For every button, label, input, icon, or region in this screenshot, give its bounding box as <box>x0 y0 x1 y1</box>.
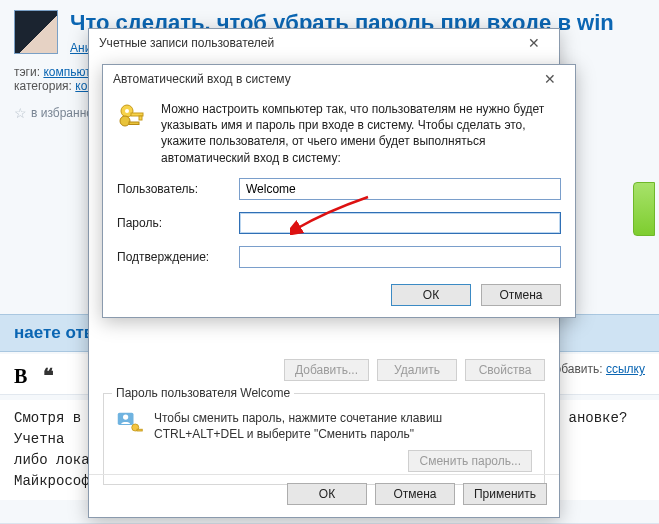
user-accounts-titlebar[interactable]: Учетные записи пользователей ✕ <box>89 29 559 57</box>
user-input[interactable] <box>239 178 561 200</box>
user-accounts-title: Учетные записи пользователей <box>99 36 274 50</box>
apply-button[interactable]: Применить <box>463 483 547 505</box>
category-label: категория: <box>14 79 72 93</box>
auto-login-desc: Можно настроить компьютер так, что польз… <box>161 101 561 166</box>
keys-icon <box>117 101 149 133</box>
user-label: Пользователь: <box>117 182 227 196</box>
svg-rect-9 <box>129 122 139 125</box>
cancel-button[interactable]: Отмена <box>375 483 455 505</box>
close-icon[interactable]: ✕ <box>531 69 569 89</box>
ok-button[interactable]: ОК <box>287 483 367 505</box>
confirm-input[interactable] <box>239 246 561 268</box>
password-group: Пароль пользователя Welcome Чтобы сменит… <box>103 393 545 485</box>
svg-rect-3 <box>137 429 142 431</box>
add-link-row: добавить: ссылку <box>548 362 645 376</box>
add-link[interactable]: ссылку <box>606 362 645 376</box>
star-icon: ☆ <box>14 105 27 121</box>
auto-login-titlebar[interactable]: Автоматический вход в систему ✕ <box>103 65 575 93</box>
change-password-button[interactable]: Сменить пароль... <box>408 450 532 472</box>
bold-button[interactable]: B <box>14 365 27 388</box>
svg-point-5 <box>125 109 129 113</box>
confirm-label: Подтверждение: <box>117 250 227 264</box>
delete-button[interactable]: Удалить <box>377 359 457 381</box>
password-group-text: Чтобы сменить пароль, нажмите сочетание … <box>154 410 532 442</box>
close-icon[interactable]: ✕ <box>515 33 553 53</box>
cancel-button[interactable]: Отмена <box>481 284 561 306</box>
add-button[interactable]: Добавить... <box>284 359 369 381</box>
svg-point-1 <box>123 414 128 419</box>
vote-button[interactable] <box>633 182 655 236</box>
svg-rect-7 <box>139 116 142 120</box>
password-label: Пароль: <box>117 216 227 230</box>
avatar <box>14 10 58 54</box>
password-group-title: Пароль пользователя Welcome <box>112 386 294 400</box>
password-input[interactable] <box>239 212 561 234</box>
properties-button[interactable]: Свойства <box>465 359 545 381</box>
ok-button[interactable]: ОК <box>391 284 471 306</box>
tags-label: тэги: <box>14 65 40 79</box>
user-key-icon <box>116 410 144 438</box>
auto-login-title: Автоматический вход в систему <box>113 72 291 86</box>
quote-button[interactable]: ❝ <box>43 364 54 388</box>
auto-login-dialog: Автоматический вход в систему ✕ Можно на… <box>102 64 576 318</box>
